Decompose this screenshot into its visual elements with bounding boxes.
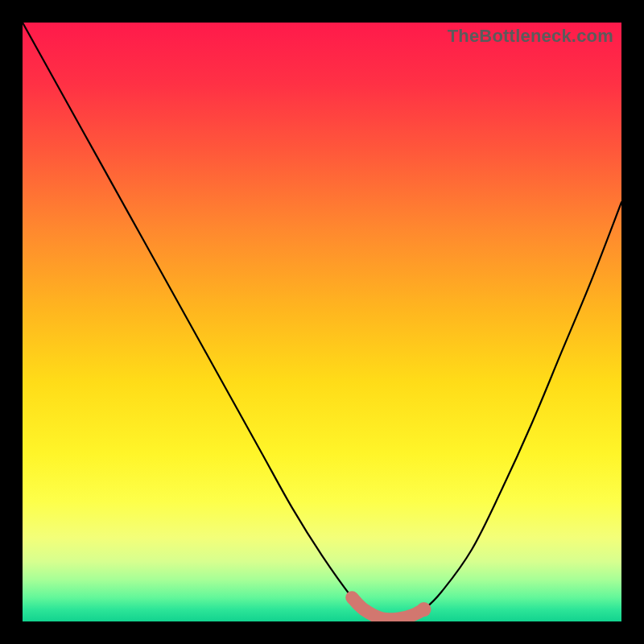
chart-frame: TheBottleneck.com: [0, 0, 644, 644]
bottleneck-curve: [23, 23, 621, 621]
watermark-text: TheBottleneck.com: [448, 26, 613, 47]
svg-point-1: [416, 602, 431, 617]
plot-area: TheBottleneck.com: [23, 23, 621, 621]
